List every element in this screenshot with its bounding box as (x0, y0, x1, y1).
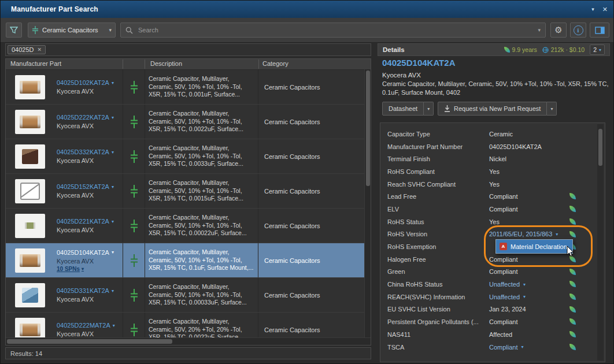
search-field[interactable]: ▾ (120, 23, 546, 38)
part-number-link[interactable]: 04025D104KAT2A▾ (57, 249, 114, 256)
compliance-leaf-icon (569, 193, 576, 199)
table-row[interactable]: 04025D332KAT2A▾ Kyocera AVX Ceramic Capa… (6, 139, 371, 174)
capacitor-symbol-icon (130, 254, 139, 268)
parameter-value: 04025D104KAT2A (489, 143, 542, 150)
chevron-down-icon: ▾ (112, 184, 114, 190)
part-category: Ceramic Capacitors (264, 326, 320, 333)
column-header-category[interactable]: Category (262, 60, 288, 67)
material-declaration-option[interactable]: A Material Declaration (496, 240, 572, 253)
chevron-down-icon: ▾ (109, 27, 112, 33)
part-number-link[interactable]: 04025D331KAT2A▾ (57, 287, 114, 294)
parameter-value-dropdown[interactable]: Compliant (489, 344, 518, 351)
parameter-value: Yes (489, 218, 500, 225)
part-number-link[interactable]: 04025D332KAT2A▾ (57, 148, 114, 155)
gear-icon: ⚙ (554, 25, 562, 35)
remove-filter-icon[interactable]: ✕ (38, 47, 42, 53)
details-part-number: 04025D104KAT2A (382, 58, 455, 68)
part-number-link[interactable]: 04025D222MAT2A▾ (57, 322, 115, 329)
parameter-value: Compliant (489, 206, 518, 213)
search-input[interactable] (137, 26, 534, 34)
table-row[interactable]: 04025D102KAT2A▾ Kyocera AVX Ceramic Capa… (6, 70, 371, 105)
column-divider[interactable] (123, 60, 123, 69)
compliance-leaf-icon (569, 344, 576, 350)
parameter-row: Lead FreeCompliant (380, 190, 597, 203)
chevron-down-icon[interactable]: ▾ (521, 344, 524, 350)
spns-link[interactable]: 10 SPNs▾ (57, 266, 114, 272)
part-description: Ceramic Capacitor, Multilayer, Ceramic, … (149, 75, 242, 99)
close-icon[interactable]: ✕ (602, 6, 608, 13)
settings-button[interactable]: ⚙ (550, 23, 567, 38)
details-manufacturer: Kyocera AVX (382, 72, 421, 79)
scrollbar-thumb[interactable] (366, 70, 370, 186)
request-split-button: Request via New Part Request ▾ (438, 102, 557, 116)
table-row[interactable]: 04025D221KAT2A▾ Kyocera AVX Ceramic Capa… (6, 209, 371, 243)
part-thumbnail (15, 75, 45, 99)
parameter-row: Halogen FreeCompliant (380, 253, 597, 266)
part-number-link[interactable]: 04025D102KAT2A▾ (57, 79, 114, 86)
capacitor-symbol-icon (130, 288, 139, 302)
capacitor-symbol-icon (130, 80, 139, 94)
chevron-down-icon: ▾ (112, 219, 114, 224)
part-description: Ceramic Capacitor, Multilayer, Ceramic, … (149, 214, 247, 237)
table-row-selected[interactable]: 04025D104KAT2A▾ Kyocera AVX 10 SPNs▾ Cer… (6, 243, 371, 278)
part-description: Ceramic Capacitor, Multilayer, Ceramic, … (149, 248, 253, 272)
chevron-down-icon[interactable]: ▾ (556, 232, 558, 237)
table-row[interactable]: 04025D222MAT2A▾ Kyocera AVX Ceramic Capa… (6, 313, 371, 339)
chevron-down-icon[interactable]: ▾ (523, 282, 526, 287)
part-thumbnail (15, 144, 45, 169)
parameter-row: Reach SVHC CompliantYes (380, 178, 597, 191)
details-header: Details 9.9 years 212k · $0.10 2▾ (378, 43, 610, 56)
column-divider[interactable] (145, 60, 145, 69)
part-description: Ceramic Capacitor, Multilayer, Ceramic, … (149, 318, 243, 339)
datasheet-button[interactable]: Datasheet (382, 102, 424, 116)
part-thumbnail (15, 214, 45, 238)
table-horizontal-scrollbar[interactable] (6, 337, 371, 345)
info-button[interactable]: i (570, 23, 586, 38)
parameter-row: TSCACompliant▾ (380, 341, 597, 354)
manufacturer-label: Kyocera AVX (57, 258, 114, 265)
compliance-leaf-icon (569, 256, 576, 262)
chevron-down-icon[interactable]: ▾ (547, 102, 557, 116)
filter-button[interactable] (6, 23, 22, 38)
details-vertical-scrollbar[interactable] (597, 124, 604, 361)
scrollbar-thumb[interactable] (7, 339, 172, 344)
table-row[interactable]: 04025D331KAT2A▾ Kyocera AVX Ceramic Capa… (6, 278, 371, 313)
table-vertical-scrollbar[interactable] (364, 69, 371, 338)
column-divider[interactable] (258, 60, 259, 69)
chevron-down-icon: ▾ (112, 250, 114, 255)
results-count: Results: 14 (10, 350, 42, 357)
chevron-down-icon[interactable]: ▾ (424, 102, 434, 116)
part-category: Ceramic Capacitors (264, 222, 320, 229)
compliance-leaf-icon (569, 306, 576, 313)
table-body: 04025D102KAT2A▾ Kyocera AVX Ceramic Capa… (6, 70, 371, 339)
compliance-leaf-icon (569, 206, 576, 212)
compliance-leaf-icon (569, 281, 576, 287)
panel-title-bar: Manufacturer Part Search ▾ ✕ (1, 1, 613, 18)
compliance-leaf-icon (569, 318, 576, 325)
parameter-value-dropdown[interactable]: 2011/65/EU, 2015/863 (489, 231, 552, 237)
parameter-value-dropdown[interactable]: Unaffected (489, 281, 520, 288)
chevron-down-icon[interactable]: ▾ (538, 27, 541, 33)
part-number-link[interactable]: 04025D222KAT2A▾ (57, 114, 114, 121)
part-number-link[interactable]: 04025D152KAT2A▾ (57, 183, 114, 190)
filter-chip[interactable]: 04025D ✕ (8, 45, 46, 54)
split-view-icon (595, 27, 605, 34)
parameter-row: ELVCompliant (380, 203, 597, 216)
parameter-value-dropdown[interactable]: Unaffected (489, 294, 520, 300)
toggle-details-pane-button[interactable] (590, 23, 609, 38)
chevron-down-icon: ▾ (82, 266, 84, 272)
column-header-desc[interactable]: Description (150, 60, 182, 67)
chevron-down-icon[interactable]: ▾ (523, 294, 526, 299)
table-row[interactable]: 04025D222KAT2A▾ Kyocera AVX Ceramic Capa… (6, 105, 371, 139)
scrollbar-thumb[interactable] (598, 129, 602, 166)
panel-title: Manufacturer Part Search (11, 5, 98, 13)
sources-count-dropdown[interactable]: 2▾ (590, 44, 605, 55)
panel-menu-icon[interactable]: ▾ (591, 6, 594, 12)
manufacturer-label: Kyocera AVX (57, 330, 115, 337)
category-dropdown[interactable]: Ceramic Capacitors ▾ (28, 23, 116, 38)
table-row[interactable]: 04025D152KAT2A▾ Kyocera AVX Ceramic Capa… (6, 174, 371, 209)
manufacturer-part-search-panel: Manufacturer Part Search ▾ ✕ Ceramic Cap… (0, 0, 614, 364)
part-number-link[interactable]: 04025D221KAT2A▾ (57, 218, 114, 225)
column-header-part[interactable]: Manufacturer Part (10, 60, 61, 67)
request-new-part-button[interactable]: Request via New Part Request (438, 102, 547, 116)
